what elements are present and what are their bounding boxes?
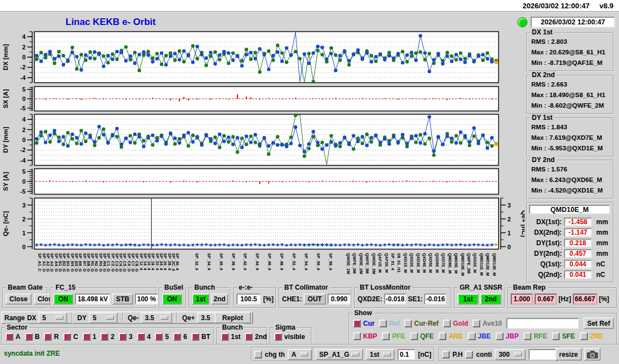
- sector-2-checkbox[interactable]: 2: [100, 333, 114, 341]
- range-dx-select[interactable]: 5: [38, 312, 67, 323]
- fc15-stb-button[interactable]: STB: [112, 294, 133, 305]
- ph-checkbox[interactable]: [442, 351, 450, 358]
- show-kbp-checkbox[interactable]: KBP: [353, 332, 377, 340]
- monitor-row-unit: mm: [596, 218, 608, 226]
- set-ref-button[interactable]: Set Ref: [583, 317, 614, 329]
- sector-6-checkbox[interactable]: 6: [173, 333, 187, 341]
- resize-button[interactable]: resize: [555, 348, 582, 361]
- camera-icon: [586, 350, 598, 359]
- stats-legend: DX 2nd: [530, 71, 556, 79]
- sector-bt-checkbox[interactable]: BT: [192, 333, 210, 341]
- bunch-1st-button[interactable]: 1st: [192, 294, 209, 305]
- show-qfe-checkbox[interactable]: QFE: [410, 332, 434, 340]
- range-qem-select[interactable]: 3.5: [141, 312, 172, 323]
- dropdown-indicator-icon: [160, 316, 168, 320]
- beam-gate-close-button-1[interactable]: Close: [6, 294, 32, 305]
- sector-r-checkbox[interactable]: R: [44, 333, 59, 341]
- sector-5-checkbox[interactable]: 5: [155, 333, 169, 341]
- chg-th-checkbox[interactable]: [254, 351, 262, 358]
- extra-input[interactable]: [529, 349, 556, 360]
- sector-4-checkbox[interactable]: 4: [137, 333, 151, 341]
- svg-text:SP_42_4: SP_42_4: [243, 253, 248, 271]
- bunch-2nd-button[interactable]: 2nd: [211, 294, 228, 305]
- show-label: QFE: [420, 332, 434, 340]
- main-panel: 420-2-4DX [mm]50-5SX [A]420-2-4DY [mm]50…: [0, 13, 619, 364]
- conti-checkbox[interactable]: [465, 351, 473, 358]
- dropdown-indicator-icon: [56, 316, 63, 320]
- svg-text:S8_61_H1: S8_61_H1: [396, 253, 401, 272]
- monitor-row: DX(1st):-1.458mm: [529, 218, 613, 226]
- sector-c-checkbox[interactable]: C: [63, 333, 78, 341]
- sector-label: A: [16, 333, 21, 341]
- fc15-on-button[interactable]: ON: [53, 294, 73, 305]
- gr-a1-snsr-legend: GR_A1 SNSR: [458, 284, 504, 291]
- chg-th-select[interactable]: A: [288, 349, 312, 360]
- svg-text:QWDE_2M: QWDE_2M: [359, 253, 364, 274]
- che1-label: CHE1:: [282, 295, 302, 303]
- range-dx-value: 5: [42, 314, 46, 322]
- checkbox-indicator-icon: [404, 320, 412, 327]
- busel-on-button[interactable]: ON: [162, 294, 182, 305]
- bunch-group: Bunch 1st 2nd: [189, 287, 231, 309]
- threshold-input[interactable]: [397, 349, 415, 360]
- show-label: JBP: [506, 332, 519, 340]
- gr-snsr-2nd-button[interactable]: 2nd: [480, 294, 501, 305]
- gr-snsr-1st-button[interactable]: 1st: [457, 294, 479, 305]
- sigma-visible-checkbox[interactable]: visible: [274, 333, 305, 341]
- sector-1-checkbox[interactable]: 1: [83, 333, 97, 341]
- bunch-1st-checkbox[interactable]: 1st: [221, 333, 240, 341]
- che1-state-button[interactable]: OUT: [304, 294, 326, 305]
- bunch-2nd-checkbox[interactable]: 2nd: [245, 333, 266, 341]
- dropdown-indicator-icon: [300, 352, 308, 356]
- se1-value-field: -0.016: [424, 294, 446, 305]
- show-jbe-checkbox[interactable]: JBE: [468, 332, 491, 340]
- chg-th-panel: chg th A: [251, 347, 315, 362]
- svg-text:1: 1: [22, 230, 26, 236]
- stats-dx-2nd: DX 2ndRMS : 2.663Max : 18.490@S8_61_H1Mi…: [526, 75, 614, 114]
- camera-button[interactable]: [584, 348, 601, 361]
- monitor-row-value: -1.458: [564, 218, 592, 226]
- show-rfe-checkbox[interactable]: RFE: [524, 332, 547, 340]
- show-label: Cur: [363, 320, 375, 327]
- bunch-label: 1st: [231, 333, 240, 341]
- show-cur-ref-checkbox[interactable]: Cur-Ref: [404, 320, 439, 327]
- show-sfe-checkbox[interactable]: SFE: [552, 332, 575, 340]
- show-cur-checkbox[interactable]: Cur: [353, 320, 375, 327]
- bunch-label: 2nd: [255, 333, 266, 341]
- sector-b-checkbox[interactable]: B: [25, 333, 40, 341]
- range-dy-select[interactable]: 5: [89, 312, 118, 323]
- sp-bunch-select[interactable]: 1st: [366, 349, 395, 360]
- svg-text:SP_52_4: SP_52_4: [291, 253, 296, 271]
- svg-text:4: 4: [22, 33, 26, 40]
- svg-text:DY [mm]: DY [mm]: [2, 127, 9, 153]
- monitor-row-unit: mm: [596, 229, 608, 236]
- svg-text:QMD10E_M: QMD10E_M: [460, 253, 465, 276]
- replot-button[interactable]: Replot: [214, 312, 251, 323]
- show-zre-checkbox[interactable]: ZRE: [580, 332, 603, 340]
- checkbox-indicator-icon: [221, 333, 229, 341]
- show-ref-checkbox[interactable]: Ref: [379, 320, 400, 327]
- show-gold-checkbox[interactable]: Gold: [443, 320, 468, 327]
- sector-3-checkbox[interactable]: 3: [119, 333, 133, 341]
- monitor-title-field: QMD10E_M: [529, 205, 610, 214]
- ref-name-input[interactable]: [506, 318, 578, 329]
- qxd2e-label: QXD2E:: [358, 295, 383, 303]
- svg-text:SP_61_4: SP_61_4: [390, 253, 395, 271]
- range-dx-label: DX: [27, 314, 37, 322]
- sector-a-checkbox[interactable]: A: [6, 333, 21, 341]
- ee-ratio-legend: e-:e-: [237, 284, 254, 291]
- count-select[interactable]: 300: [495, 349, 526, 360]
- svg-text:QWDE_3M: QWDE_3M: [371, 253, 376, 274]
- show-pfe-checkbox[interactable]: PFE: [382, 332, 405, 340]
- qe-chart: 3210Qe- [nC]3210Qe+ [nC]: [2, 198, 525, 250]
- show-are-checkbox[interactable]: ARE: [439, 332, 462, 340]
- sp-select[interactable]: SP_A1_G: [315, 349, 363, 360]
- show-jbp-checkbox[interactable]: JBP: [496, 332, 519, 340]
- checkbox-indicator-icon: [155, 333, 163, 341]
- show-ave10-checkbox[interactable]: Ave10: [472, 320, 502, 327]
- fc15-percent-field: 100 %: [135, 294, 158, 305]
- checkbox-indicator-icon: [410, 332, 418, 340]
- show-label: ZRE: [590, 332, 603, 340]
- checkbox-indicator-icon: [353, 320, 361, 327]
- sector-label: BT: [202, 333, 210, 341]
